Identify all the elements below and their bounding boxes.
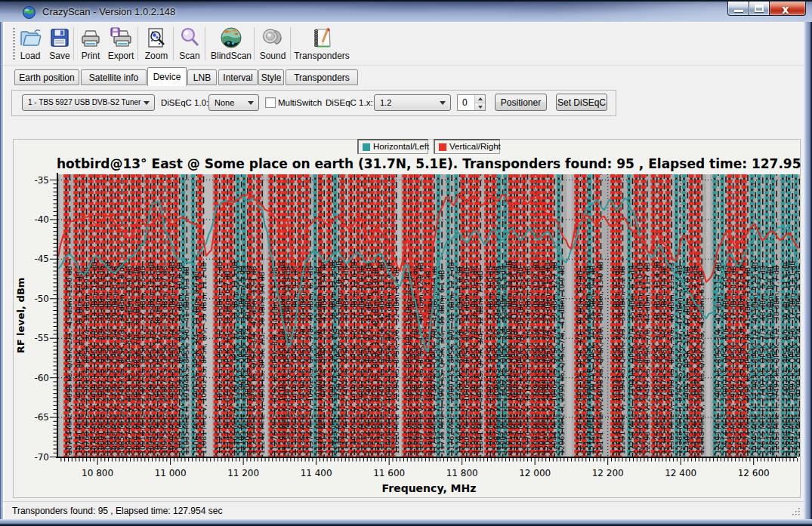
tab-style[interactable]: Style xyxy=(258,69,284,85)
application-window: CrazyScan - Version 1.0.2.148 x Load Sav… xyxy=(0,0,812,526)
plot-background-shape xyxy=(60,174,63,457)
legend-horizontal-left[interactable]: Horizontal/Left xyxy=(357,139,428,154)
multiswitch-checkbox[interactable] xyxy=(265,97,276,108)
aquarium-icon-shape xyxy=(227,42,230,45)
x-tick-label: 12 000 xyxy=(519,468,551,478)
spin-up-icon[interactable] xyxy=(475,95,485,103)
resize-grip-icon-shape-shape xyxy=(799,515,800,515)
toolbar-button-label: BlindScan xyxy=(208,51,255,61)
tab-lnb[interactable]: LNB xyxy=(187,69,217,85)
transponder-labels-shape: 12065 MHz H, 2995 kS, QPSK, 7/8, -41 dBm… xyxy=(557,266,566,454)
device-settings-panel: 1 - TBS 5927 USB DVB-S2 Tuner DiSEqC 1.0… xyxy=(11,90,616,116)
legend-color-horizontal xyxy=(363,143,370,151)
diseqc1x-label: DiSEqC 1.x: xyxy=(326,98,373,107)
title-bar[interactable]: CrazyScan - Version 1.0.2.148 x xyxy=(0,0,812,22)
magnifier-icon-shape xyxy=(184,31,189,35)
legend-vertical-right[interactable]: Vertical/Right xyxy=(434,139,500,154)
aquarium-icon-shape xyxy=(224,30,229,32)
toolbar-separator xyxy=(173,27,174,60)
spin-down-icon[interactable] xyxy=(475,103,485,110)
aquarium-icon-shape xyxy=(232,29,236,32)
toolbar-button-label: Load xyxy=(15,51,45,61)
transponder-labels-shape: 12231 MHz V, 22394 kS, QPSK, 2/3, -39 dB… xyxy=(618,266,626,454)
diseqc1x-select[interactable]: 1.2 xyxy=(374,94,451,111)
tab-interval[interactable]: Interval xyxy=(218,69,258,85)
diseqc10-select[interactable]: None xyxy=(208,94,259,111)
magnifier-icon-shape xyxy=(193,39,199,45)
position-spin[interactable]: 0 xyxy=(457,94,486,111)
toolbar-button-label: Export xyxy=(104,51,137,61)
transponder-labels-shape: 11841 MHz V, 4995 kS, QPSK, 3/4, -32 dBm… xyxy=(476,270,484,454)
app-icon-shape xyxy=(25,8,29,11)
x-tick-label: 12 200 xyxy=(592,468,624,478)
toolbar-button-zoom[interactable]: Zoom xyxy=(141,26,171,63)
spin-buttons xyxy=(474,95,485,110)
tab-device[interactable]: Device xyxy=(147,67,187,86)
toolbar-button-blindscan[interactable]: BlindScan xyxy=(208,26,255,63)
printer-icon xyxy=(79,26,103,50)
y-tick-label: -55 xyxy=(34,333,49,343)
tab-label: LNB xyxy=(193,72,211,83)
position-spin-value: 0 xyxy=(462,97,468,108)
toolbar-button-export[interactable]: Export xyxy=(104,26,137,63)
window-border-right xyxy=(804,22,812,521)
window-controls: x xyxy=(727,2,806,17)
diseqc10-select-value: None xyxy=(215,98,234,107)
y-tick-label: -35 xyxy=(34,175,49,186)
tab-label: Satellite info xyxy=(89,72,138,83)
multiswitch-label: MultiSwitch xyxy=(278,98,322,107)
transponder-labels-shape: 11242 MHz V, 4995 kS, 8PSK, 2/3, -36 dBm… xyxy=(258,272,266,454)
y-tick-label: -60 xyxy=(34,373,49,383)
tab-earth-position[interactable]: Earth position xyxy=(14,69,79,85)
minimize-button[interactable] xyxy=(727,2,749,16)
tab-satellite-info[interactable]: Satellite info xyxy=(81,69,147,85)
y-tick-label: -50 xyxy=(34,294,49,304)
set-diseqc-button[interactable]: Set DiSEqC xyxy=(556,94,607,111)
spectrum-chart-panel: 10714 MHz V, 4995 kS, QPSK, 2/3, -43 dBm… xyxy=(13,139,801,498)
printer-icon-shape xyxy=(85,31,97,36)
toolbar-button-scan[interactable]: Scan xyxy=(176,26,203,63)
toolbar-button-label: Scan xyxy=(176,51,203,61)
toolbar-button-label: Transponders xyxy=(293,51,350,61)
resize-grip-icon-shape-shape xyxy=(793,515,794,515)
close-button[interactable]: x xyxy=(770,2,806,16)
x-tick-label: 11 200 xyxy=(227,468,259,478)
positioner-button[interactable]: Positioner xyxy=(495,94,547,111)
toolbar-button-load[interactable]: Load xyxy=(15,26,45,63)
transponder-labels-shape: 12298 MHz V, 27497 kS, 8PSK, 7/8, -44 dB… xyxy=(643,263,651,454)
toolbar-button-sound[interactable]: Sound xyxy=(257,26,289,63)
tuner-select[interactable]: 1 - TBS 5927 USB DVB-S2 Tuner xyxy=(22,94,155,111)
maximize-button[interactable] xyxy=(749,2,770,16)
transponder-labels-shape: 11412 MHz V, 29897 kS, QPSK, 2/3, -42 dB… xyxy=(320,261,328,454)
magnifier-icon xyxy=(178,26,202,50)
x-tick-label: 11 000 xyxy=(155,468,187,478)
speaker-icon-shape xyxy=(267,33,271,36)
diseqc10-label: DiSEqC 1.0: xyxy=(161,98,208,107)
toolbar-button-label: Sound xyxy=(257,51,289,61)
floppy-disk-icon xyxy=(48,26,72,50)
open-folder-icon-shape xyxy=(23,35,41,45)
transponder-labels-shape: 11610 MHz V, 22394 kS, 8PSK, 5/6, -32 dB… xyxy=(392,267,400,454)
y-tick-label: -45 xyxy=(34,254,49,264)
resize-grip-icon[interactable] xyxy=(792,507,801,517)
toolbar-button-save[interactable]: Save xyxy=(45,26,74,63)
transponder-labels-shape: 11081 MHz V, 10962 kS, 8PSK, 8/9, -35 dB… xyxy=(199,263,208,454)
x-tick-label: 11 800 xyxy=(446,468,478,478)
toolbar: Load Save Print Export Zoom Scan BlindSc… xyxy=(3,22,804,66)
transponder-labels-shape: 12171 MHz V, 24998 kS, QPSK, 8/9, -39 dB… xyxy=(596,261,604,454)
tuner-select-value: 1 - TBS 5927 USB DVB-S2 Tuner xyxy=(28,98,140,106)
toolbar-button-print[interactable]: Print xyxy=(77,26,104,63)
transponder-labels-shape: 11125 MHz V, 10962 kS, QPSK, 1/2, -38 dB… xyxy=(215,261,224,454)
x-tick-label: 12 600 xyxy=(738,468,770,478)
toolbar-separator xyxy=(290,27,291,60)
toolbar-button-transponders[interactable]: Transponders xyxy=(293,26,350,63)
tab-transponders[interactable]: Transponders xyxy=(286,69,358,85)
spectrum-chart[interactable]: 10714 MHz V, 4995 kS, QPSK, 2/3, -43 dBm… xyxy=(14,140,800,497)
window-title: CrazyScan - Version 1.0.2.148 xyxy=(42,6,175,17)
transponder-labels: 10714 MHz V, 4995 kS, QPSK, 2/3, -43 dBm… xyxy=(65,260,800,454)
chevron-down-icon xyxy=(440,101,446,105)
zoom-document-icon xyxy=(144,26,168,50)
toolbar-button-label: Print xyxy=(77,51,104,61)
tab-label: Interval xyxy=(223,72,252,83)
y-axis-title: RF level, dBm xyxy=(15,278,26,354)
